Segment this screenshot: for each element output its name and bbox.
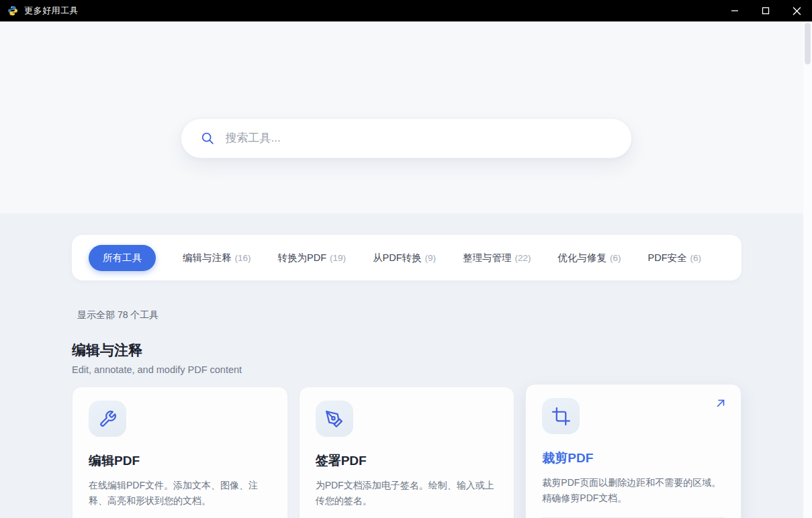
scrollbar-thumb[interactable]: [805, 23, 811, 64]
tools-count-summary: 显示全部 78 个工具: [77, 309, 741, 321]
card-title: 签署PDF: [316, 452, 498, 470]
tab-count: (19): [330, 253, 346, 263]
tab-label: 所有工具: [103, 252, 142, 264]
icon-tile: [542, 398, 580, 434]
card-title: 编辑PDF: [89, 452, 271, 470]
card-description: 裁剪PDF页面以删除边距和不需要的区域。精确修剪PDF文档。: [542, 475, 725, 506]
tab-all-tools[interactable]: 所有工具: [89, 245, 156, 271]
minimize-icon: [731, 7, 739, 15]
tab-edit-annotate[interactable]: 编辑与注释 (16): [183, 252, 251, 264]
tool-card-crop-pdf[interactable]: 裁剪PDF 裁剪PDF页面以删除边距和不需要的区域。精确修剪PDF文档。: [525, 384, 741, 518]
tool-card-edit-pdf[interactable]: 编辑PDF 在线编辑PDF文件。添加文本、图像、注释、高亮和形状到您的文档。: [72, 386, 288, 518]
card-description: 为PDF文档添加电子签名。绘制、输入或上传您的签名。: [316, 478, 498, 509]
tab-label: PDF安全: [648, 252, 687, 264]
card-title: 裁剪PDF: [542, 450, 725, 467]
window-title: 更多好用工具: [24, 5, 79, 17]
tool-cards-grid: 编辑PDF 在线编辑PDF文件。添加文本、图像、注释、高亮和形状到您的文档。 签…: [72, 386, 741, 518]
tab-label: 整理与管理: [463, 252, 512, 264]
maximize-icon: [762, 7, 770, 15]
arrow-up-right-icon: [715, 397, 727, 409]
window-controls: [719, 0, 812, 21]
wrench-icon: [99, 410, 117, 428]
scrollbar-track[interactable]: [803, 21, 812, 518]
titlebar: 更多好用工具: [0, 0, 812, 21]
hero-section: [0, 21, 812, 213]
icon-tile: [89, 401, 126, 437]
pen-nib-icon: [325, 410, 343, 428]
tab-pdf-security[interactable]: PDF安全 (6): [648, 252, 702, 264]
search-input[interactable]: [226, 132, 615, 145]
python-icon: [7, 5, 19, 17]
tool-card-sign-pdf[interactable]: 签署PDF 为PDF文档添加电子签名。绘制、输入或上传您的签名。: [299, 386, 515, 518]
tab-convert-to-pdf[interactable]: 转换为PDF (19): [278, 252, 347, 264]
tools-section: 所有工具 编辑与注释 (16) 转换为PDF (19) 从PDF转换 (9) 整…: [0, 213, 812, 518]
maximize-button[interactable]: [750, 0, 781, 21]
tab-label: 转换为PDF: [278, 252, 327, 264]
crop-icon: [552, 407, 570, 425]
tab-label: 优化与修复: [558, 252, 607, 264]
icon-tile: [316, 401, 353, 437]
tab-count: (9): [425, 253, 437, 263]
tab-count: (6): [690, 253, 702, 263]
tab-label: 编辑与注释: [183, 252, 232, 264]
section-title: 编辑与注释: [72, 341, 741, 360]
close-icon: [793, 7, 801, 15]
search-bar[interactable]: [181, 118, 632, 158]
card-description: 在线编辑PDF文件。添加文本、图像、注释、高亮和形状到您的文档。: [89, 478, 271, 509]
tab-count: (16): [235, 253, 251, 263]
tab-count: (6): [610, 253, 621, 263]
close-button[interactable]: [781, 0, 812, 21]
tab-label: 从PDF转换: [373, 252, 422, 264]
tab-organize-manage[interactable]: 整理与管理 (22): [463, 252, 531, 264]
section-subtitle: Edit, annotate, and modify PDF content: [72, 364, 741, 375]
search-icon: [200, 131, 215, 146]
category-tabs: 所有工具 编辑与注释 (16) 转换为PDF (19) 从PDF转换 (9) 整…: [72, 235, 741, 280]
minimize-button[interactable]: [719, 0, 750, 21]
tab-convert-from-pdf[interactable]: 从PDF转换 (9): [373, 252, 436, 264]
tab-count: (22): [515, 253, 531, 263]
section-header: 编辑与注释 Edit, annotate, and modify PDF con…: [72, 341, 741, 375]
tab-optimize-repair[interactable]: 优化与修复 (6): [558, 252, 621, 264]
